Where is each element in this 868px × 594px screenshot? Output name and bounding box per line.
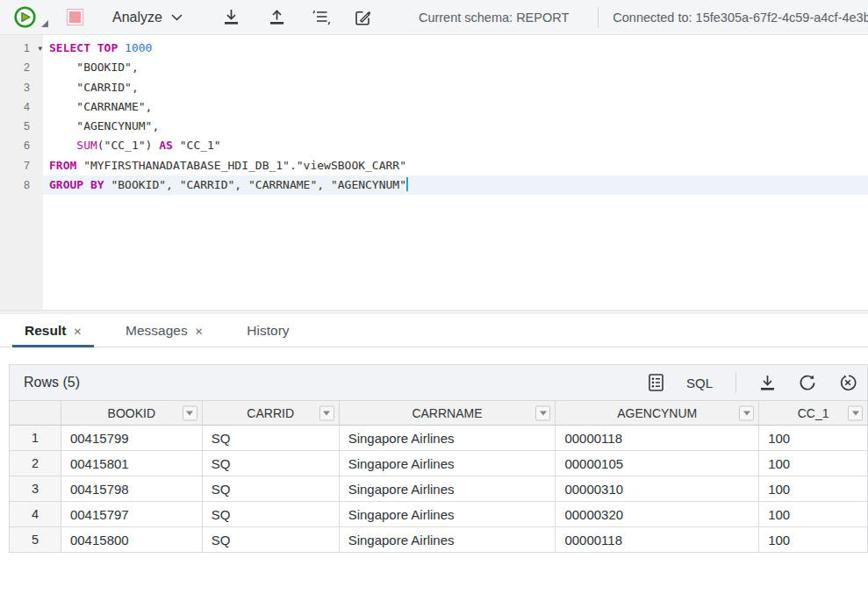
grid-cell[interactable]: Singapore Airlines	[340, 426, 556, 450]
row-number-cell[interactable]: 3	[10, 476, 61, 501]
text-cursor	[406, 177, 408, 191]
download-result-button[interactable]	[759, 375, 776, 391]
code-token: AS	[159, 139, 173, 152]
tab-label: Result	[25, 323, 66, 339]
grid-cell[interactable]: 00415801	[61, 451, 203, 476]
grid-cell[interactable]: 00000320	[556, 502, 759, 526]
sql-editor[interactable]: 1▾2345678 SELECT TOP 1000 "BOOKID", "CAR…	[0, 35, 868, 310]
grid-cell[interactable]: Singapore Airlines	[340, 527, 556, 552]
table-row: 200415801SQSingapore Airlines00000105100	[10, 451, 868, 476]
grid-cell[interactable]: 100	[759, 426, 868, 450]
format-code-button[interactable]	[312, 9, 331, 25]
grid-cell[interactable]: SQ	[203, 476, 340, 501]
grid-cell[interactable]: 100	[759, 451, 868, 476]
code-token	[118, 41, 125, 54]
code-line[interactable]: GROUP BY "BOOKID", "CARRID", "CARRNAME",…	[43, 175, 868, 195]
code-line[interactable]: SELECT TOP 1000	[43, 39, 868, 58]
grid-cell[interactable]: Singapore Airlines	[340, 451, 556, 476]
code-line[interactable]: "BOOKID",	[43, 58, 868, 77]
grid-cell[interactable]: 00415798	[61, 476, 203, 501]
code-token: ("CC_1")	[97, 139, 159, 152]
grid-cell[interactable]: 00000310	[556, 476, 759, 501]
code-token: 1000	[125, 41, 152, 54]
tab-history[interactable]: History	[234, 314, 301, 347]
filter-dropdown-icon[interactable]	[183, 405, 197, 420]
display-settings-button[interactable]	[649, 374, 664, 391]
download-icon	[759, 375, 776, 391]
grid-cell[interactable]: 00000118	[556, 426, 759, 450]
line-number: 8	[0, 175, 43, 195]
code-token	[90, 41, 97, 54]
tab-close-icon[interactable]: ✕	[195, 326, 204, 338]
stop-button[interactable]	[67, 9, 83, 25]
rows-count-label: Rows (5)	[24, 375, 80, 390]
grid-cell[interactable]: SQ	[203, 426, 340, 450]
current-schema-label: Current schema: REPORT	[419, 11, 569, 25]
result-toolbar-separator	[735, 372, 736, 393]
row-number-cell[interactable]: 5	[10, 527, 61, 552]
row-number-cell[interactable]: 4	[10, 502, 61, 526]
editor-gutter: 1▾2345678	[0, 35, 43, 310]
code-line[interactable]: FROM "MYFIRSTHANADATABASE_HDI_DB_1"."vie…	[43, 156, 868, 175]
stop-icon	[69, 11, 81, 23]
grid-cell[interactable]: 100	[759, 527, 868, 552]
edit-icon	[354, 9, 371, 26]
analyze-button[interactable]: Analyze	[112, 10, 183, 25]
upload-button[interactable]	[269, 9, 285, 25]
grid-cell[interactable]: 00415799	[61, 426, 203, 450]
grid-corner-cell[interactable]	[10, 401, 61, 425]
line-number: 7	[0, 156, 43, 175]
code-token: "CARRID",	[49, 81, 139, 94]
column-header-cc_1[interactable]: CC_1	[759, 401, 868, 425]
grid-cell[interactable]: Singapore Airlines	[340, 476, 556, 501]
code-token: GROUP BY	[49, 178, 104, 191]
column-header-agencynum[interactable]: AGENCYNUM	[556, 401, 759, 425]
tab-messages[interactable]: Messages ✕	[113, 314, 215, 347]
code-line[interactable]: "CARRNAME",	[43, 97, 868, 117]
code-line[interactable]: SUM("CC_1") AS "CC_1"	[43, 136, 868, 155]
line-number: 4	[0, 97, 43, 117]
editor-code[interactable]: SELECT TOP 1000 "BOOKID", "CARRID", "CAR…	[43, 35, 868, 310]
column-header-carrname[interactable]: CARRNAME	[340, 401, 556, 425]
line-number: 6	[0, 136, 43, 155]
sql-text-button[interactable]: SQL	[686, 376, 713, 390]
code-token: FROM	[49, 159, 76, 172]
run-button[interactable]	[13, 5, 37, 29]
row-number-cell[interactable]: 2	[10, 451, 61, 476]
code-token: "CARRNAME",	[49, 100, 152, 113]
grid-cell[interactable]: 00000105	[556, 451, 759, 476]
grid-cell[interactable]: 100	[759, 502, 868, 526]
format-code-icon	[312, 9, 331, 25]
grid-cell[interactable]: 100	[759, 476, 868, 501]
filter-dropdown-icon[interactable]	[319, 405, 334, 420]
code-token: "BOOKID",	[49, 61, 139, 74]
filter-dropdown-icon[interactable]	[535, 405, 550, 420]
filter-dropdown-icon[interactable]	[848, 405, 863, 420]
fold-arrow-icon[interactable]: ▾	[38, 39, 42, 58]
grid-cell[interactable]: 00000118	[556, 527, 759, 552]
column-header-bookid[interactable]: BOOKID	[61, 401, 203, 425]
filter-dropdown-icon[interactable]	[739, 405, 754, 420]
download-button[interactable]	[223, 9, 240, 25]
grid-cell[interactable]: 00415797	[61, 502, 203, 526]
grid-cell[interactable]: 00415800	[61, 527, 203, 552]
code-line[interactable]: "AGENCYNUM",	[43, 117, 868, 136]
edit-button[interactable]	[354, 9, 371, 26]
grid-body: 100415799SQSingapore Airlines00000118100…	[10, 426, 868, 553]
grid-cell[interactable]: SQ	[203, 502, 340, 526]
row-number-cell[interactable]: 1	[10, 426, 61, 450]
tab-label: Messages	[126, 323, 188, 339]
grid-cell[interactable]: SQ	[203, 527, 340, 552]
tab-close-icon[interactable]: ✕	[73, 326, 82, 338]
grid-cell[interactable]: SQ	[203, 451, 340, 476]
grid-cell[interactable]: Singapore Airlines	[340, 502, 556, 526]
code-line[interactable]: "CARRID",	[43, 78, 868, 97]
refresh-button[interactable]	[799, 374, 816, 391]
column-header-label: CARRID	[247, 406, 294, 420]
column-header-carrid[interactable]: CARRID	[203, 401, 340, 425]
line-number: 3	[0, 78, 43, 97]
run-dropdown-arrow[interactable]	[41, 20, 48, 27]
tab-result[interactable]: Result ✕	[12, 314, 94, 347]
cancel-statement-button[interactable]	[839, 374, 857, 391]
chevron-down-icon	[171, 14, 183, 21]
